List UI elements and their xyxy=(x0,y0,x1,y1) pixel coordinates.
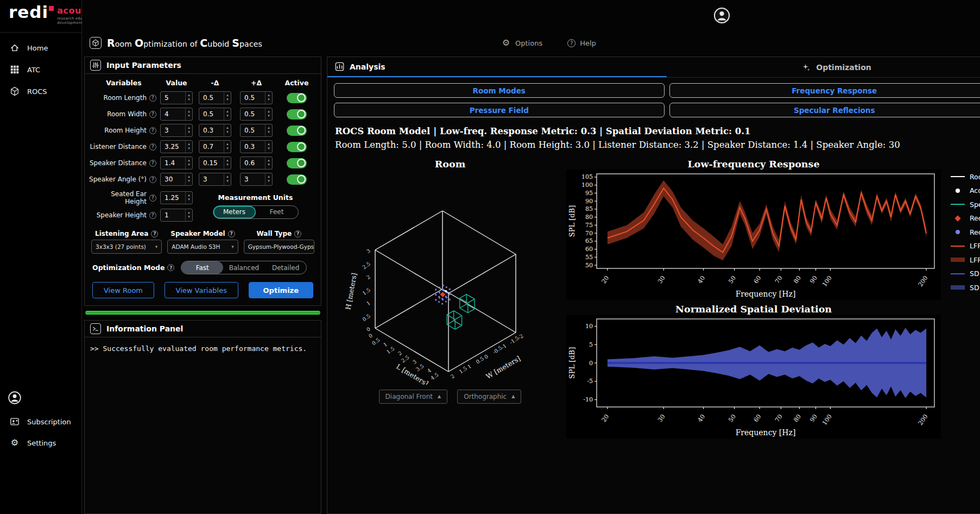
value-input[interactable]: 0.15▴▾ xyxy=(199,156,231,170)
value-input[interactable]: 0.5▴▾ xyxy=(199,91,231,104)
legend-item[interactable]: SD Grid xyxy=(951,284,980,292)
legend-item[interactable]: LFR Grid xyxy=(951,256,980,264)
value-input[interactable]: 0.3▴▾ xyxy=(240,140,273,153)
help-icon[interactable]: ? xyxy=(149,111,156,118)
projection-dropdown[interactable]: Orthographic ▲ xyxy=(457,390,521,404)
spinner-arrows[interactable]: ▴▾ xyxy=(224,173,231,185)
active-toggle[interactable] xyxy=(287,142,307,152)
mode-option-balanced[interactable]: Balanced xyxy=(223,261,265,274)
legend-item[interactable]: SD Average xyxy=(951,269,980,278)
spinner-arrows[interactable]: ▴▾ xyxy=(185,157,192,169)
view-button[interactable]: Frequency Response xyxy=(669,83,980,98)
value-input[interactable]: 0.5▴▾ xyxy=(199,108,231,121)
spinner-arrows[interactable]: ▴▾ xyxy=(224,141,231,153)
tab-analysis[interactable]: Analysis xyxy=(327,57,667,77)
help-icon[interactable]: ? xyxy=(149,176,156,183)
help-icon[interactable]: ? xyxy=(149,160,156,167)
help-icon[interactable]: ? xyxy=(149,95,156,102)
value-input[interactable]: 3▴▾ xyxy=(240,173,273,186)
value-input[interactable]: 0.3▴▾ xyxy=(199,124,231,137)
spinner-arrows[interactable]: ▴▾ xyxy=(265,108,272,120)
spinner-arrows[interactable]: ▴▾ xyxy=(265,157,272,169)
help-icon[interactable]: ? xyxy=(149,127,156,134)
speaker-model-select[interactable]: ADAM Audio S3H▾ xyxy=(167,240,238,254)
legend-item[interactable]: Receiver xyxy=(951,214,980,222)
help-icon[interactable]: ? xyxy=(151,230,158,237)
spinner-arrows[interactable]: ▴▾ xyxy=(185,124,192,136)
legend-item[interactable]: Receiver Grid xyxy=(951,228,980,236)
sidebar-account-button[interactable] xyxy=(0,386,81,411)
help-icon[interactable]: ? xyxy=(228,230,235,237)
spinner-arrows[interactable]: ▴▾ xyxy=(265,141,272,153)
value-input[interactable]: 0.7▴▾ xyxy=(199,140,231,153)
spinner-arrows[interactable]: ▴▾ xyxy=(185,141,192,153)
value-input[interactable]: 0.5▴▾ xyxy=(240,91,273,104)
spinner-arrows[interactable]: ▴▾ xyxy=(265,92,272,104)
sidebar-item-settings[interactable]: ⚙ Settings xyxy=(0,432,81,453)
legend-item[interactable]: LFR Average xyxy=(951,242,980,250)
spinner-arrows[interactable]: ▴▾ xyxy=(224,92,231,104)
spinner-arrows[interactable]: ▴▾ xyxy=(185,92,192,104)
spinner-arrows[interactable]: ▴▾ xyxy=(185,192,192,204)
tab-bar: Analysis Optimization xyxy=(327,57,980,78)
spinner-arrows[interactable]: ▴▾ xyxy=(224,108,231,120)
view-button[interactable]: Room Modes xyxy=(334,83,665,98)
sidebar-item-home[interactable]: Home xyxy=(0,37,81,59)
active-toggle[interactable] xyxy=(287,174,307,185)
value-input[interactable]: 0.5▴▾ xyxy=(240,124,273,137)
value-input[interactable]: 0.5▴▾ xyxy=(240,108,273,121)
mode-option-detailed[interactable]: Detailed xyxy=(265,261,307,274)
value-input[interactable]: 3.25▴▾ xyxy=(160,140,193,153)
view-button[interactable]: Pressure Field xyxy=(334,103,665,117)
units-option-meters[interactable]: Meters xyxy=(213,206,256,218)
active-toggle[interactable] xyxy=(287,158,307,168)
value-input[interactable]: 30▴▾ xyxy=(160,173,193,186)
value-input[interactable]: 1.25▴▾ xyxy=(160,191,193,204)
sidebar-item-atc[interactable]: ATC xyxy=(0,59,81,80)
help-icon[interactable]: ? xyxy=(149,212,156,219)
legend-item[interactable]: Speakers xyxy=(951,200,980,209)
help-icon[interactable]: ? xyxy=(149,195,156,202)
spinner-arrows[interactable]: ▴▾ xyxy=(185,173,192,185)
spinner-arrows[interactable]: ▴▾ xyxy=(185,108,192,120)
mode-option-fast[interactable]: Fast xyxy=(181,261,223,274)
tab-optimization[interactable]: Optimization xyxy=(667,57,980,77)
help-button[interactable]: ? Help xyxy=(567,39,596,47)
sidebar-item-rocs[interactable]: ROCS xyxy=(0,80,81,102)
active-toggle[interactable] xyxy=(287,93,307,103)
value-input[interactable]: 5▴▾ xyxy=(160,91,193,104)
listening-area-select[interactable]: 3x3x3 (27 points)▾ xyxy=(91,240,162,254)
view-room-button[interactable]: View Room xyxy=(92,282,154,298)
wall-type-select[interactable]: Gypsum-Plywood-Gypsu…▾ xyxy=(244,240,314,254)
help-icon[interactable]: ? xyxy=(167,264,174,271)
lfr-chart[interactable]: 5055606570758085909510010520304050607080… xyxy=(566,170,941,300)
value-input[interactable]: 3▴▾ xyxy=(160,124,193,137)
active-toggle[interactable] xyxy=(287,109,307,120)
help-icon[interactable]: ? xyxy=(149,143,156,151)
value-input[interactable]: 0.6▴▾ xyxy=(240,156,273,170)
spinner-arrows[interactable]: ▴▾ xyxy=(265,124,272,136)
options-button[interactable]: ⚙ Options xyxy=(501,39,542,47)
value-input[interactable]: 4▴▾ xyxy=(160,108,193,121)
legend-item[interactable]: Acoustical Center xyxy=(951,186,980,195)
value-input[interactable]: 1▴▾ xyxy=(160,209,193,222)
spinner-arrows[interactable]: ▴▾ xyxy=(185,209,192,221)
view-angle-dropdown[interactable]: Diagonal Front ▲ xyxy=(379,390,448,404)
value-input[interactable]: 3▴▾ xyxy=(199,173,231,186)
view-button[interactable]: Specular Reflecions xyxy=(669,103,980,117)
spinner-arrows[interactable]: ▴▾ xyxy=(224,124,231,136)
spinner-arrows[interactable]: ▴▾ xyxy=(265,173,272,185)
room-3d-plot[interactable]: 00.511.522.5300.511.522.533.544.521.510.… xyxy=(342,170,559,385)
avatar[interactable] xyxy=(713,7,730,24)
view-variables-button[interactable]: View Variables xyxy=(165,282,238,298)
spinner-arrows[interactable]: ▴▾ xyxy=(224,157,231,169)
value-input[interactable]: 1.4▴▾ xyxy=(160,156,193,170)
optimize-button[interactable]: Optimize xyxy=(249,282,313,298)
legend-item[interactable]: Room xyxy=(951,173,980,181)
active-toggle[interactable] xyxy=(287,126,307,136)
units-option-feet[interactable]: Feet xyxy=(256,206,298,218)
help-icon[interactable]: ? xyxy=(294,230,301,237)
legend-label: Receiver Grid xyxy=(970,228,980,236)
sd-chart[interactable]: -10-505102030405060708090100200Frequency… xyxy=(566,315,941,438)
sidebar-item-subscription[interactable]: Subscription xyxy=(0,411,81,432)
